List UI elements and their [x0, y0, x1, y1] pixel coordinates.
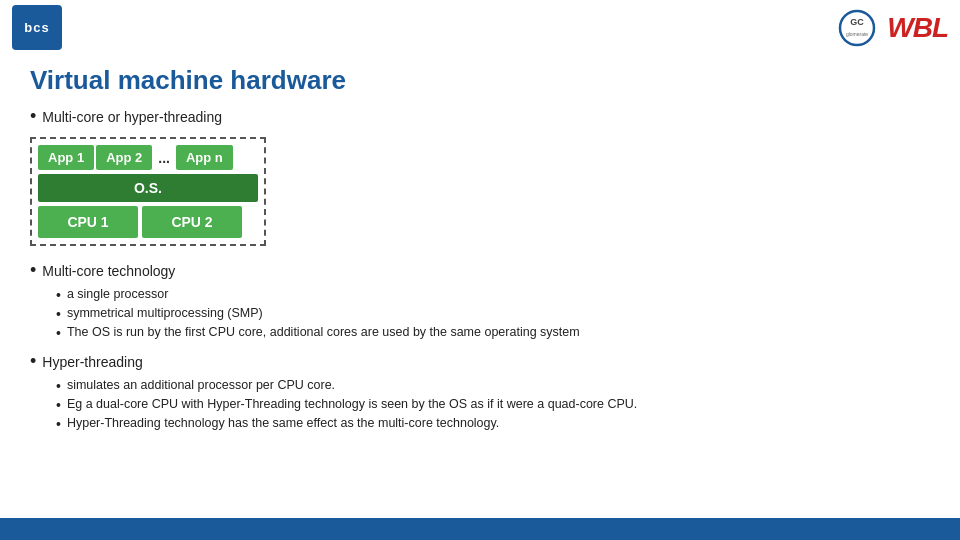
hyperthreading-bullets: simulates an additional processor per CP…: [56, 378, 930, 432]
app1-box: App 1: [38, 145, 94, 170]
multicore-tech-title: Multi-core technology: [30, 260, 930, 281]
app2-box: App 2: [96, 145, 152, 170]
svg-text:glomerate: glomerate: [846, 31, 868, 37]
ht-bullet-2: Eg a dual-core CPU with Hyper-Threading …: [56, 397, 930, 413]
cpu2-box: CPU 2: [142, 206, 242, 238]
top-bar: bcs GC glomerate WBL: [0, 0, 960, 55]
svg-text:GC: GC: [850, 17, 864, 27]
page-title: Virtual machine hardware: [30, 65, 930, 96]
bottom-bar: [0, 518, 960, 540]
cpu-diagram: App 1 App 2 ... App n O.S. CPU 1 CPU 2: [30, 137, 266, 246]
hyperthreading-title: Hyper-threading: [30, 351, 930, 372]
cpu-row: CPU 1 CPU 2: [38, 206, 258, 238]
ht-bullet-3: Hyper-Threading technology has the same …: [56, 416, 930, 432]
cpu1-box: CPU 1: [38, 206, 138, 238]
appn-box: App n: [176, 145, 233, 170]
app-row: App 1 App 2 ... App n: [38, 145, 258, 170]
main-content: Virtual machine hardware Multi-core or h…: [30, 55, 930, 518]
sub-bullet-1: a single processor: [56, 287, 930, 303]
os-box: O.S.: [38, 174, 258, 202]
sub-bullet-2: symmetrical multiprocessing (SMP): [56, 306, 930, 322]
ht-bullet-1: simulates an additional processor per CP…: [56, 378, 930, 394]
gc-logo: GC glomerate: [834, 9, 879, 47]
multicore-tech-bullets: a single processor symmetrical multiproc…: [56, 287, 930, 341]
bullet-multicore-heading: Multi-core or hyper-threading: [30, 106, 930, 127]
right-logos: GC glomerate WBL: [834, 9, 948, 47]
sub-bullet-3: The OS is run by the first CPU core, add…: [56, 325, 930, 341]
wbl-logo: WBL: [887, 12, 948, 44]
bcs-logo: bcs: [12, 5, 62, 50]
app-dots: ...: [154, 150, 174, 166]
